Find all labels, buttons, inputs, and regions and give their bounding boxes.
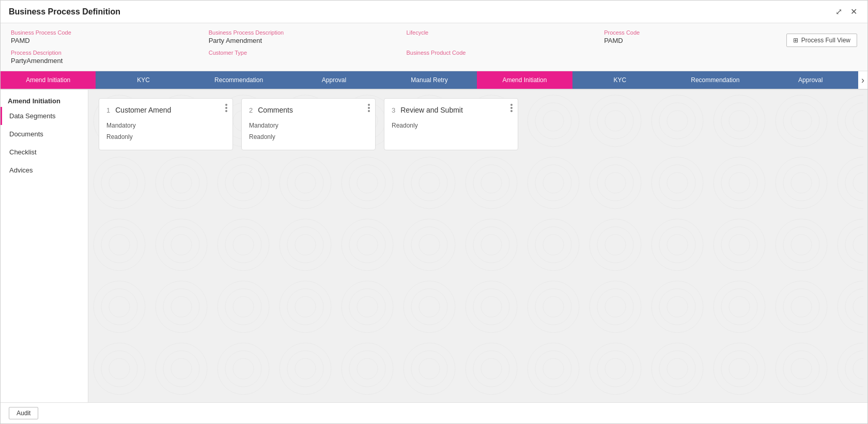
value-3: PAMD (604, 37, 786, 44)
card-menu-1[interactable] (368, 104, 370, 112)
label-2: Lifecycle (406, 29, 588, 36)
value-1: Party Amendment (209, 37, 391, 44)
label-1: Business Process Description (209, 29, 391, 36)
data-card-1: 2CommentsMandatoryReadonly (241, 98, 376, 150)
label-0: Business Process Code (11, 29, 193, 36)
card-body-0: MandatoryReadonly (106, 120, 225, 143)
content-area: Amend Initiation Data SegmentsDocumentsC… (1, 90, 867, 402)
info-col-6: Business Product Code (406, 50, 588, 65)
resize-button[interactable]: ⤢ (833, 6, 844, 18)
tabs-bar: Amend InitiationKYCRecommendationApprova… (1, 71, 867, 90)
card-title-1: Comments (258, 106, 293, 114)
tab-next-arrow[interactable]: › (858, 71, 867, 89)
data-card-0: 1Customer AmendMandatoryReadonly (99, 98, 233, 150)
menu-dot-0-2 (225, 110, 227, 112)
label-4: Process Description (11, 50, 193, 56)
card-line: Mandatory (249, 120, 368, 132)
menu-dot-0-0 (225, 104, 227, 106)
card-header-1: 2Comments (249, 106, 368, 114)
menu-dot-1-1 (368, 107, 370, 109)
info-col-0: Business Process Code PAMD (11, 29, 193, 44)
info-col-3: Process Code PAMD (604, 29, 786, 44)
info-col-4: Process Description PartyAmendment (11, 50, 193, 65)
card-menu-2[interactable] (510, 104, 513, 112)
card-line: Readonly (106, 132, 225, 143)
info-columns: Business Process Code PAMD Business Proc… (11, 29, 786, 65)
data-card-2: 3Review and SubmitReadonly (384, 98, 518, 150)
process-full-view-button[interactable]: ⊞ Process Full View (786, 34, 857, 47)
sidebar: Amend Initiation Data SegmentsDocumentsC… (1, 90, 88, 402)
tab-recommendation-2[interactable]: Recommendation (191, 71, 286, 89)
card-menu-0[interactable] (225, 104, 227, 112)
menu-dot-1-2 (368, 110, 370, 112)
card-header-2: 3Review and Submit (392, 106, 510, 114)
info-col-7 (604, 50, 786, 65)
data-cards: 1Customer AmendMandatoryReadonly2Comment… (99, 98, 857, 150)
label-6: Business Product Code (406, 50, 588, 56)
info-col-1: Business Process Description Party Amend… (209, 29, 391, 44)
main-content: 1Customer AmendMandatoryReadonly2Comment… (88, 90, 867, 402)
menu-dot-2-0 (510, 104, 513, 106)
tab-manual-retry-4[interactable]: Manual Retry (382, 71, 477, 89)
footer: Audit (1, 402, 867, 423)
menu-dot-2-1 (510, 107, 513, 109)
tab-approval-3[interactable]: Approval (286, 71, 381, 89)
card-line: Readonly (392, 120, 510, 132)
card-number-2: 3 (392, 106, 395, 114)
card-line: Readonly (249, 132, 368, 143)
card-line: Mandatory (106, 120, 225, 132)
card-title-0: Customer Amend (115, 106, 171, 114)
info-panel-inner: Business Process Code PAMD Business Proc… (11, 29, 857, 65)
page-title: Business Process Definition (9, 7, 120, 17)
sidebar-heading: Amend Initiation (1, 92, 88, 107)
info-col-5: Customer Type (209, 50, 391, 65)
tab-amend-initiation-5[interactable]: Amend Initiation (477, 71, 572, 89)
card-number-1: 2 (249, 106, 253, 114)
menu-dot-0-1 (225, 107, 227, 109)
tab-approval-8[interactable]: Approval (763, 71, 858, 89)
sidebar-item-advices[interactable]: Advices (1, 161, 88, 179)
title-bar-actions: ⤢ ✕ (833, 6, 859, 18)
tab-kyc-1[interactable]: KYC (96, 71, 191, 89)
tab-kyc-6[interactable]: KYC (572, 71, 668, 89)
process-full-view-icon: ⊞ (793, 37, 798, 44)
tab-recommendation-7[interactable]: Recommendation (668, 71, 763, 89)
value-4: PartyAmendment (11, 57, 193, 65)
menu-dot-2-2 (510, 110, 513, 112)
value-0: PAMD (11, 37, 193, 44)
info-right: ⊞ Process Full View (786, 29, 857, 47)
sidebar-item-data-segments[interactable]: Data Segments (1, 107, 88, 125)
info-col-2: Lifecycle (406, 29, 588, 44)
sidebar-items: Data SegmentsDocumentsChecklistAdvices (1, 107, 88, 179)
card-title-2: Review and Submit (400, 106, 463, 114)
menu-dot-1-0 (368, 104, 370, 106)
card-header-0: 1Customer Amend (106, 106, 225, 114)
label-3: Process Code (604, 29, 786, 36)
info-panel: Business Process Code PAMD Business Proc… (1, 23, 867, 71)
card-body-2: Readonly (392, 120, 510, 132)
main-window: Business Process Definition ⤢ ✕ Business… (0, 0, 868, 424)
title-bar: Business Process Definition ⤢ ✕ (1, 1, 867, 23)
process-full-view-label: Process Full View (801, 37, 850, 44)
close-button[interactable]: ✕ (848, 6, 859, 18)
audit-button[interactable]: Audit (9, 407, 38, 419)
sidebar-item-checklist[interactable]: Checklist (1, 143, 88, 161)
sidebar-item-documents[interactable]: Documents (1, 125, 88, 143)
label-5: Customer Type (209, 50, 391, 56)
card-body-1: MandatoryReadonly (249, 120, 368, 143)
tab-amend-initiation-0[interactable]: Amend Initiation (1, 71, 96, 89)
card-number-0: 1 (106, 106, 110, 114)
